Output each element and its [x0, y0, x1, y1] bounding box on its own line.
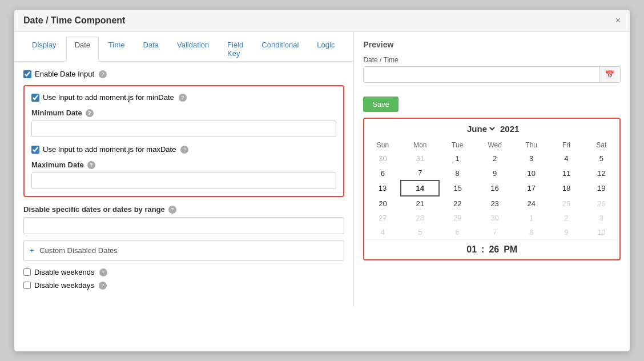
calendar-day[interactable]: 31 — [401, 151, 439, 166]
calendar-day[interactable]: 5 — [401, 225, 439, 239]
min-date-help-icon[interactable]: ? — [86, 109, 94, 117]
calendar-icon-btn[interactable]: 📅 — [599, 67, 620, 82]
calendar-day[interactable]: 6 — [439, 225, 476, 239]
enable-date-row: Enable Date Input ? — [23, 70, 344, 78]
save-button[interactable]: Save — [363, 97, 399, 112]
month-select[interactable]: June — [465, 123, 497, 134]
calendar-day[interactable]: 23 — [476, 196, 514, 211]
min-help-icon[interactable]: ? — [179, 94, 187, 102]
tab-date[interactable]: Date — [66, 37, 99, 62]
calendar: June 2021 Sun Mon Tue Wed Thu Fri Sat — [363, 118, 621, 260]
disable-weekends-row: Disable weekends ? — [23, 268, 344, 276]
calendar-day[interactable]: 2 — [549, 211, 583, 225]
calendar-day[interactable]: 9 — [549, 225, 583, 239]
calendar-day[interactable]: 16 — [476, 181, 514, 196]
disable-weekdays-checkbox[interactable] — [23, 282, 31, 289]
max-date-input[interactable]: moment().add(10,'days') — [31, 173, 336, 189]
calendar-day[interactable]: 5 — [584, 151, 619, 166]
calendar-day[interactable]: 28 — [401, 211, 439, 225]
weekdays-help-icon[interactable]: ? — [99, 282, 107, 290]
calendar-day[interactable]: 26 — [584, 196, 619, 211]
datetime-input[interactable] — [364, 67, 599, 82]
calendar-day[interactable]: 1 — [514, 211, 549, 225]
max-date-label: Maximum Date ? — [31, 161, 336, 169]
left-content: Enable Date Input ? Use Input to add mom… — [14, 62, 353, 298]
calendar-day[interactable]: 20 — [364, 196, 401, 211]
min-checkbox-row: Use Input to add moment.js for minDate ? — [31, 93, 336, 102]
calendar-grid: Sun Mon Tue Wed Thu Fri Sat 303112345678… — [364, 139, 619, 239]
enable-date-checkbox[interactable] — [23, 70, 31, 78]
max-date-help-icon[interactable]: ? — [87, 161, 95, 169]
max-checkbox-row: Use Input to add moment.js for maxDate ? — [31, 145, 336, 154]
tab-data[interactable]: Data — [135, 37, 167, 61]
preview-title: Preview — [363, 40, 621, 49]
calendar-day[interactable]: 19 — [584, 181, 619, 196]
tab-conditional[interactable]: Conditional — [253, 37, 307, 61]
calendar-day[interactable]: 3 — [584, 211, 619, 225]
enable-date-help-icon[interactable]: ? — [99, 70, 107, 78]
calendar-day[interactable]: 4 — [549, 151, 583, 166]
custom-disabled-btn[interactable]: + Custom Disabled Dates — [23, 240, 344, 261]
col-sun: Sun — [364, 139, 401, 151]
calendar-day[interactable]: 2 — [476, 151, 514, 166]
calendar-day[interactable]: 8 — [514, 225, 549, 239]
tab-fieldkey[interactable]: Field Key — [219, 37, 252, 61]
max-checkbox-label: Use Input to add moment.js for maxDate — [43, 145, 176, 154]
calendar-day[interactable]: 4 — [364, 225, 401, 239]
modal-body: Display Date Time Data Validation Field … — [14, 32, 630, 307]
disable-dates-input[interactable] — [23, 217, 344, 234]
calendar-day[interactable]: 11 — [549, 166, 583, 181]
calendar-icon: 📅 — [605, 70, 614, 79]
calendar-day[interactable]: 25 — [549, 196, 583, 211]
calendar-day[interactable]: 3 — [514, 151, 549, 166]
calendar-day[interactable]: 17 — [514, 181, 549, 196]
tab-time[interactable]: Time — [100, 37, 133, 61]
calendar-day[interactable]: 29 — [439, 211, 476, 225]
tab-display[interactable]: Display — [23, 37, 65, 61]
time-minutes: 26 — [489, 244, 499, 255]
calendar-day[interactable]: 9 — [476, 166, 514, 181]
tab-validation[interactable]: Validation — [168, 37, 218, 61]
time-section: 01 : 26 PM — [364, 239, 619, 259]
weekends-help-icon[interactable]: ? — [99, 268, 107, 276]
calendar-day[interactable]: 15 — [439, 181, 476, 196]
calendar-day[interactable]: 7 — [401, 166, 439, 181]
calendar-day[interactable]: 22 — [439, 196, 476, 211]
disable-weekdays-row: Disable weekdays ? — [23, 281, 344, 290]
calendar-day[interactable]: 21 — [401, 196, 439, 211]
calendar-day[interactable]: 13 — [364, 181, 401, 196]
right-panel: Preview Date / Time 📅 Save June 2021 — [354, 32, 630, 307]
disable-weekends-label: Disable weekends — [34, 268, 95, 276]
min-date-checkbox[interactable] — [31, 94, 39, 102]
disable-weekends-checkbox[interactable] — [23, 268, 31, 276]
max-help-icon[interactable]: ? — [180, 146, 188, 154]
calendar-day[interactable]: 30 — [364, 151, 401, 166]
tabs-container: Display Date Time Data Validation Field … — [14, 32, 353, 62]
disable-dates-label: Disable specific dates or dates by range… — [23, 205, 344, 214]
calendar-day[interactable]: 10 — [514, 166, 549, 181]
col-tue: Tue — [439, 139, 476, 151]
col-wed: Wed — [476, 139, 514, 151]
calendar-day[interactable]: 18 — [549, 181, 583, 196]
calendar-day[interactable]: 30 — [476, 211, 514, 225]
min-date-input[interactable]: moment().subtract(10,'days') — [31, 121, 336, 137]
calendar-day[interactable]: 10 — [584, 225, 619, 239]
time-ampm: PM — [504, 244, 517, 255]
calendar-body: 3031123456789101112131415161718192021222… — [364, 151, 619, 239]
calendar-day[interactable]: 12 — [584, 166, 619, 181]
close-button[interactable]: × — [615, 15, 621, 26]
tab-logic[interactable]: Logic — [308, 37, 343, 61]
disable-dates-help-icon[interactable]: ? — [168, 206, 176, 214]
calendar-day[interactable]: 27 — [364, 211, 401, 225]
calendar-day[interactable]: 1 — [439, 151, 476, 166]
max-date-checkbox[interactable] — [31, 146, 39, 154]
disable-weekdays-label: Disable weekdays — [34, 281, 94, 290]
calendar-day[interactable]: 7 — [476, 225, 514, 239]
calendar-year: 2021 — [500, 124, 519, 134]
calendar-day[interactable]: 6 — [364, 166, 401, 181]
calendar-day[interactable]: 8 — [439, 166, 476, 181]
time-hours: 01 — [466, 244, 477, 255]
plus-icon: + — [30, 246, 34, 255]
calendar-day[interactable]: 24 — [514, 196, 549, 211]
calendar-day[interactable]: 14 — [401, 181, 439, 196]
